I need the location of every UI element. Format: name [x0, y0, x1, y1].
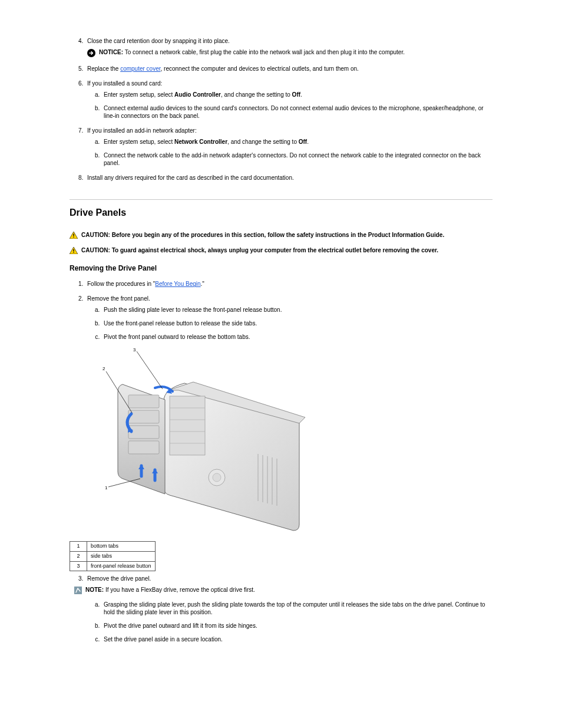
svg-rect-0: [73, 233, 74, 236]
svg-text:2: 2: [103, 366, 105, 371]
rstep-3a: Grasping the sliding plate lever, push t…: [101, 601, 492, 616]
step4-text: Close the card retention door by snappin…: [87, 38, 230, 44]
notice-icon: [87, 49, 95, 58]
figure-legend: 1bottom tabs2side tabs3front-panel relea…: [70, 541, 156, 571]
s6a-b: , and change the setting to: [221, 91, 292, 98]
before-you-begin-link[interactable]: Before You Begin: [155, 281, 200, 287]
step-5: Replace the computer cover, reconnect th…: [85, 65, 492, 73]
step-6b: Connect external audio devices to the so…: [101, 104, 492, 120]
rstep3-text: Remove the drive panel.: [87, 575, 151, 582]
steps-list: Close the card retention door by snappin…: [75, 37, 492, 182]
rstep-3c: Set the drive panel aside in a secure lo…: [101, 635, 492, 643]
rstep-1: Follow the procedures in "Before You Beg…: [85, 280, 492, 288]
notice-text: To connect a network cable, first plug t…: [125, 49, 405, 55]
notice-label: NOTICE:: [99, 49, 123, 55]
drive-panel-figure: 1 2 3: [99, 348, 492, 536]
rstep-3b: Pivot the drive panel outward and lift i…: [101, 622, 492, 630]
caution2-body: CAUTION: To guard against electrical sho…: [81, 246, 492, 254]
svg-text:1: 1: [105, 485, 108, 490]
subsection-title: Removing the Drive Panel: [70, 264, 492, 274]
r3b: Pivot the drive panel outward and lift i…: [104, 622, 257, 629]
step8-text: Install any drivers required for the car…: [87, 174, 294, 181]
legend-row: 2side tabs: [70, 552, 156, 562]
s6a-b1: Audio Controller: [174, 91, 221, 98]
legend-num: 2: [70, 552, 87, 562]
r2a: Push the sliding plate lever to release …: [104, 307, 282, 313]
caution1-body: CAUTION: Before you begin any of the pro…: [81, 231, 492, 239]
s7a-a: Enter system setup, select: [104, 139, 174, 145]
r2b: Use the front-panel release button to re…: [104, 320, 257, 327]
caution1-text: Before you begin any of the procedures i…: [112, 232, 445, 238]
step7-sub: Enter system setup, select Network Contr…: [92, 138, 492, 167]
remove-steps: Follow the procedures in "Before You Beg…: [75, 280, 492, 341]
s6a-a: Enter system setup, select: [104, 91, 174, 98]
step-4: Close the card retention door by snappin…: [85, 37, 492, 58]
rstep1-tail: .": [201, 281, 204, 287]
svg-rect-4: [128, 395, 159, 408]
step-6a: Enter system setup, select Audio Control…: [101, 91, 492, 98]
step6-sub: Enter system setup, select Audio Control…: [92, 91, 492, 120]
note-block: NOTE: If you have a FlexBay drive, remov…: [74, 586, 492, 595]
legend-num: 1: [70, 542, 87, 552]
legend-row: 3front-panel release button: [70, 561, 156, 571]
note-icon: [74, 587, 82, 595]
document-page: Close the card retention door by snappin…: [0, 0, 562, 728]
legend-row: 1bottom tabs: [70, 542, 156, 552]
caution-icon: [70, 247, 78, 256]
rstep-3: Remove the drive panel. NOTE: If you hav…: [85, 575, 492, 643]
step-7b: Connect the network cable to the add-in …: [101, 151, 492, 167]
svg-text:3: 3: [133, 348, 136, 353]
caution1-label: CAUTION:: [81, 232, 110, 238]
svg-rect-2: [73, 249, 74, 251]
svg-rect-3: [73, 252, 74, 252]
caution-icon: [70, 232, 78, 241]
s6b-text: Connect external audio devices to the so…: [104, 105, 484, 119]
svg-rect-8: [170, 396, 205, 455]
legend-label: side tabs: [87, 552, 156, 562]
computer-cover-link[interactable]: computer cover: [120, 65, 160, 72]
r2c: Pivot the front panel outward to release…: [104, 334, 250, 340]
svg-rect-1: [73, 236, 74, 237]
caution2-label: CAUTION:: [81, 247, 110, 253]
rstep3-sub: Grasping the sliding plate lever, push t…: [92, 601, 492, 643]
caution-1: CAUTION: Before you begin any of the pro…: [70, 231, 492, 241]
notice-body: NOTICE: To connect a network cable, firs…: [99, 48, 492, 56]
s6a-b2: Off: [292, 91, 300, 98]
s7a-b1: Network Controller: [174, 139, 227, 145]
svg-rect-5: [128, 410, 159, 423]
step7-text: If you installed an add-in network adapt…: [87, 127, 197, 134]
step-6: If you installed a sound card: Enter sys…: [85, 80, 492, 120]
remove-steps-cont: Remove the drive panel. NOTE: If you hav…: [75, 575, 492, 643]
rstep-2b: Use the front-panel release button to re…: [101, 319, 492, 327]
note-label: NOTE:: [85, 587, 104, 593]
rstep-2c: Pivot the front panel outward to release…: [101, 333, 492, 341]
section-title: Drive Panels: [70, 207, 492, 219]
caution-2: CAUTION: To guard against electrical sho…: [70, 246, 492, 256]
svg-point-19: [213, 473, 221, 482]
r3a: Grasping the sliding plate lever, push t…: [104, 601, 485, 615]
rstep-2: Remove the front panel. Push the sliding…: [85, 295, 492, 341]
notice-block: NOTICE: To connect a network cable, firs…: [87, 48, 492, 58]
rstep1-lead: Follow the procedures in ": [87, 281, 155, 287]
rstep-2a: Push the sliding plate lever to release …: [101, 306, 492, 314]
step5-lead: Replace the: [87, 65, 120, 72]
svg-line-24: [137, 351, 163, 389]
r3c: Set the drive panel aside in a secure lo…: [104, 636, 223, 643]
s6a-c: .: [300, 91, 302, 98]
note-body: NOTE: If you have a FlexBay drive, remov…: [85, 586, 492, 594]
s7a-b2: Off: [299, 139, 307, 145]
legend-label: bottom tabs: [87, 542, 156, 552]
section-divider: [70, 199, 492, 200]
step6-text: If you installed a sound card:: [87, 80, 162, 87]
caution2-text: To guard against electrical shock, alway…: [112, 247, 438, 253]
step-8: Install any drivers required for the car…: [85, 174, 492, 182]
legend-label: front-panel release button: [87, 561, 156, 571]
s7a-c: .: [307, 139, 309, 145]
step-7a: Enter system setup, select Network Contr…: [101, 138, 492, 146]
s7b-text: Connect the network cable to the add-in …: [104, 152, 481, 166]
legend-num: 3: [70, 561, 87, 571]
rstep2-text: Remove the front panel.: [87, 295, 150, 302]
step5-tail: , reconnect the computer and devices to …: [161, 65, 359, 72]
rstep2-sub: Push the sliding plate lever to release …: [92, 306, 492, 341]
note-text: If you have a FlexBay drive, remove the …: [105, 587, 255, 593]
